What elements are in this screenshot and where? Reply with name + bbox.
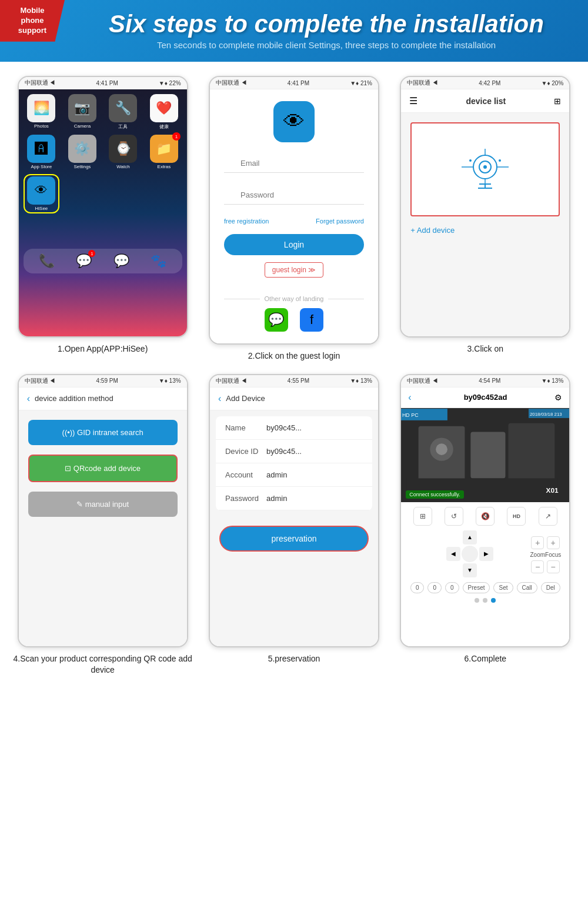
dot-2 [483,598,487,603]
step-6: 中国联通 ◀ 4:54 PM ▼♦ 13% ‹ by09c452ad ⚙ [395,374,576,676]
step1-phone: 中国联通 ◀ 4:41 PM ▼♦ 22% 🌅 Photos 📷 Camera [18,76,188,338]
step2-status-bar: 中国联通 ◀ 4:41 PM ▼♦ 21% [210,77,378,89]
step1-time: 4:41 PM [96,80,118,86]
dpad-down-button[interactable]: ▼ [463,563,477,577]
del-button[interactable]: Del [541,582,560,593]
zoom-plus-button[interactable]: + [531,536,544,549]
list-view-icon[interactable]: ⊞ [554,96,561,106]
app-watch[interactable]: ⌚ Watch [105,135,142,169]
gid-search-button[interactable]: ((•)) GID intranet search [28,420,178,445]
preset-button[interactable]: Preset [463,582,490,593]
password-value: admin [266,494,363,503]
add-device-button[interactable]: + Add device [410,226,569,235]
app-camera[interactable]: 📷 Camera [64,94,101,130]
step4-icons: ▼♦ 13% [159,378,181,384]
direction-pad: ▲ ▼ ◀ ▶ [446,530,493,577]
dock-wechat[interactable]: 💬 [113,253,129,269]
step3-status-bar: 中国联通 ◀ 4:42 PM ▼♦ 20% [401,77,569,89]
step3-device-list: ☰ device list ⊞ [401,89,569,336]
step6-status-bar: 中国联通 ◀ 4:54 PM ▼♦ 13% [401,375,569,387]
step6-carrier: 中国联通 ◀ [407,377,438,385]
expand-icon[interactable]: ↗ [539,507,557,526]
num-0-btn-3[interactable]: 0 [445,582,459,593]
dock-phone[interactable]: 📞 [39,253,55,269]
zoom-minus-button[interactable]: − [531,560,544,573]
camera-feed: HD PC 2018/03/18 213 X01 C [401,408,569,502]
badge-line2: support [18,26,46,35]
step6-back-icon[interactable]: ‹ [408,392,411,403]
page-dots [407,598,563,603]
mute-icon[interactable]: 🔇 [476,507,495,526]
forget-password-link[interactable]: Forget password [316,218,364,225]
step1-carrier: 中国联通 ◀ [25,79,56,87]
extras-icon: 📁 1 [150,135,178,163]
step4-header: ‹ device addition method [19,387,187,410]
preservation-button[interactable]: preservation [219,526,369,552]
num-0-btn-1[interactable]: 0 [410,582,425,593]
form-account-row: Account admin [216,463,372,487]
app-photos[interactable]: 🌅 Photos [24,94,60,130]
health-icon: ❤️ [150,94,178,122]
app-grid-hisee: 👁 HiSee [24,174,182,213]
app-health[interactable]: ❤️ 健康 [146,94,182,130]
step3-label: 3.Click on [467,343,503,355]
svg-text:2018/03/18  213: 2018/03/18 213 [530,412,562,417]
step-3: 中国联通 ◀ 4:42 PM ▼♦ 20% ☰ device list ⊞ [395,76,576,362]
account-value: admin [266,470,363,479]
dpad-up-button[interactable]: ▲ [463,530,477,544]
guest-login-button[interactable]: guest login ≫ [265,262,323,278]
wechat-icon[interactable]: 💬 [265,308,288,332]
step2-carrier: 中国联通 ◀ [216,79,247,87]
dock-baidu[interactable]: 🐾 [151,253,166,269]
step-5: 中国联通 ◀ 4:55 PM ▼♦ 13% ‹ Add Device Name … [203,374,385,676]
hd-icon[interactable]: HD [507,507,526,526]
manual-input-button[interactable]: ✎ manual input [28,492,178,517]
step-1: 中国联通 ◀ 4:41 PM ▼♦ 22% 🌅 Photos 📷 Camera [12,76,193,362]
dpad-left-button[interactable]: ◀ [446,547,460,561]
password-field-wrap: 🔒 [224,186,364,211]
app-settings[interactable]: ⚙️ Settings [64,135,101,169]
password-label: Password [225,494,266,503]
password-input[interactable] [224,186,364,205]
step3-carrier: 中国联通 ◀ [407,79,438,87]
focus-minus-button[interactable]: − [547,560,560,573]
menu-icon[interactable]: ☰ [409,95,417,106]
num-0-btn-2[interactable]: 0 [427,582,442,593]
app-appstore[interactable]: 🅰 App Store [24,135,60,169]
step6-time: 4:54 PM [479,378,500,384]
camera-view-header: ‹ by09c452ad ⚙ [401,387,569,408]
step6-phone: 中国联通 ◀ 4:54 PM ▼♦ 13% ‹ by09c452ad ⚙ [400,374,570,647]
dock-messages[interactable]: 💬1 [76,253,92,269]
svg-text:X01: X01 [546,486,559,495]
set-button[interactable]: Set [493,582,513,593]
qrcode-add-button[interactable]: ⊡ QRcode add device [28,455,178,482]
call-button[interactable]: Call [517,582,537,593]
gear-icon[interactable]: ⚙ [554,393,562,402]
grid-icon[interactable]: ⊞ [413,507,432,526]
step1-status-bar: 中国联通 ◀ 4:41 PM ▼♦ 22% [19,77,187,89]
focus-plus-button[interactable]: + [547,536,560,549]
email-input[interactable] [224,154,364,173]
login-button[interactable]: Login [224,234,364,255]
step2-label: 2.Click on the guest login [248,350,340,362]
step2-time: 4:41 PM [288,80,309,86]
refresh-icon[interactable]: ↺ [445,507,463,526]
other-way-text: Other way of landing [265,295,324,302]
app-extras[interactable]: 📁 1 Extras [146,135,182,169]
form-deviceid-row: Device ID by09c45... [216,440,372,463]
step5-icons: ▼♦ 13% [350,378,372,384]
free-registration-link[interactable]: free registration [224,218,269,225]
camera-placeholder [410,122,560,216]
facebook-icon[interactable]: f [300,308,323,332]
app-hisee[interactable]: 👁 HiSee [24,174,60,213]
dpad-right-button[interactable]: ▶ [479,547,493,561]
step5-back-icon[interactable]: ‹ [218,393,221,404]
page-title: Six steps to complete the installation [76,11,576,38]
step5-header: ‹ Add Device [210,387,378,410]
deviceid-value: by09c45... [266,447,363,456]
step5-label: 5.preservation [268,653,320,665]
dock-bar: 📞 💬1 💬 🐾 [24,249,182,273]
app-tools[interactable]: 🔧 工具 [105,94,142,130]
zoom-focus-controls: + Zoom − + Focus − [530,536,562,573]
back-arrow-icon[interactable]: ‹ [27,393,30,404]
